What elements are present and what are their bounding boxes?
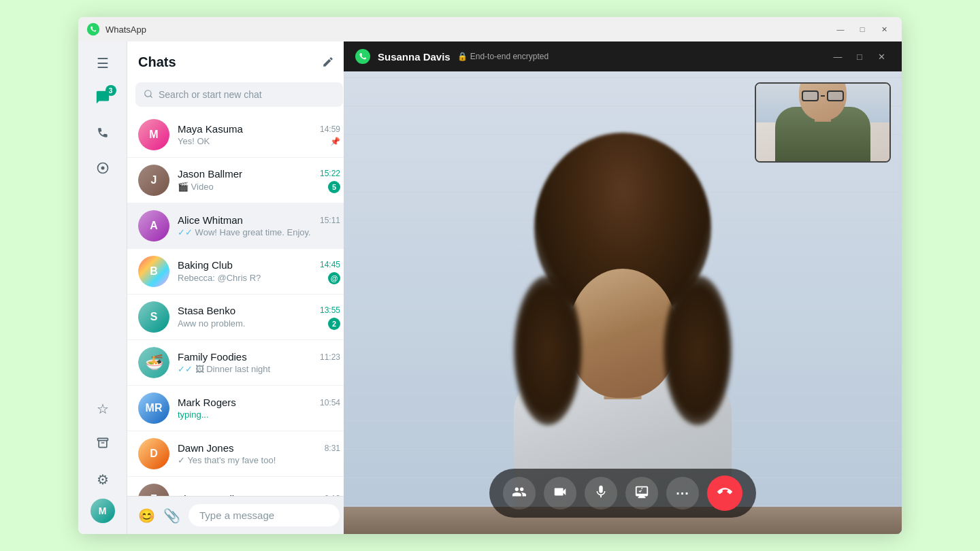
contact-avatar: M — [138, 119, 169, 150]
chat-time: 8:31 — [325, 444, 340, 453]
avatar-placeholder: M — [91, 499, 115, 523]
list-item[interactable]: 🍜 Family Foodies 11:23 ✓✓ 🖼 Dinner last … — [127, 340, 351, 386]
svg-point-2 — [101, 166, 104, 169]
contact-avatar: S — [138, 301, 169, 333]
list-item[interactable]: J Jason Ballmer 15:22 🎬 Video 5 — [127, 158, 351, 203]
screen-share-icon — [634, 484, 649, 503]
chat-preview: ✓✓ 🖼 Dinner last night — [178, 364, 340, 374]
chat-info: Maya Kasuma 14:59 Yes! OK 📌 — [178, 123, 340, 146]
chat-time: 14:45 — [320, 260, 340, 269]
contact-name: Alice Whitman — [178, 214, 243, 226]
contact-avatar: A — [138, 210, 169, 241]
nav-item-calls[interactable] — [86, 118, 119, 150]
chat-preview: typing... — [178, 410, 340, 420]
chat-preview: Rebecca: @Chris R? — [178, 273, 323, 283]
list-item[interactable]: S Stasa Benko 13:55 Aww no problem. 2 — [127, 295, 351, 340]
glass-bridge — [821, 95, 825, 97]
chat-list-actions — [316, 50, 340, 74]
chat-preview: Aww no problem. — [178, 318, 323, 329]
chat-time: 15:11 — [320, 216, 340, 225]
head — [568, 269, 677, 398]
participants-button[interactable] — [503, 477, 536, 510]
video-call-window: Susanna Davis 🔒 End-to-end encrypted — □… — [344, 41, 902, 534]
maximize-button[interactable]: □ — [853, 22, 872, 37]
nav-item-settings[interactable]: ⚙ — [86, 463, 119, 496]
settings-icon: ⚙ — [97, 471, 109, 488]
chat-badge: 3 — [105, 85, 116, 96]
message-input[interactable] — [189, 504, 340, 527]
search-icon — [144, 89, 153, 101]
close-button[interactable]: ✕ — [875, 22, 894, 37]
app-window: WhatsApp — □ ✕ ☰ 3 — [78, 17, 902, 534]
list-item[interactable]: Z Zinny Woodley 0:12 — [127, 477, 351, 496]
emoji-button[interactable]: 😊 — [138, 503, 155, 528]
archive-icon — [96, 436, 110, 453]
chat-list: M Maya Kasuma 14:59 Yes! OK 📌 — [127, 112, 351, 496]
video-self-view[interactable] — [755, 82, 891, 163]
video-maximize-button[interactable]: □ — [850, 49, 869, 64]
unread-badge: 5 — [328, 181, 340, 193]
participants-icon — [512, 484, 527, 503]
video-title-controls: — □ ✕ — [828, 49, 891, 64]
video-title-bar: Susanna Davis 🔒 End-to-end encrypted — □… — [344, 41, 902, 71]
video-close-button[interactable]: ✕ — [872, 49, 891, 64]
svg-rect-3 — [97, 438, 108, 440]
contact-avatar: Z — [138, 484, 169, 496]
attach-icon: 📎 — [163, 507, 180, 524]
chat-time: 11:23 — [320, 352, 340, 362]
more-options-button[interactable]: ··· — [666, 477, 699, 510]
new-chat-button[interactable] — [316, 50, 340, 74]
microphone-button[interactable] — [585, 477, 617, 510]
minimize-button[interactable]: — — [831, 22, 850, 37]
user-avatar[interactable]: M — [91, 499, 115, 523]
attach-button[interactable]: 📎 — [163, 503, 180, 528]
chat-list-header: Chats — [127, 41, 351, 80]
chat-info: Stasa Benko 13:55 Aww no problem. 2 — [178, 305, 340, 330]
chat-time: 14:59 — [320, 124, 340, 134]
screen-share-button[interactable] — [625, 477, 658, 510]
contact-avatar: D — [138, 438, 169, 469]
chat-info: Baking Club 14:45 Rebecca: @Chris R? @ — [178, 259, 340, 284]
contact-name: Maya Kasuma — [178, 123, 243, 135]
list-item[interactable]: A Alice Whitman 15:11 ✓✓ Wow! Have great… — [127, 203, 351, 249]
search-input[interactable] — [159, 89, 335, 100]
nav-item-archived[interactable] — [86, 428, 119, 461]
pin-icon: 📌 — [330, 137, 340, 146]
list-item[interactable]: D Dawn Jones 8:31 ✓ Yes that's my fave t… — [127, 431, 351, 477]
title-bar: WhatsApp — □ ✕ — [78, 17, 902, 41]
end-call-button[interactable] — [707, 475, 742, 511]
camera-button[interactable] — [544, 477, 576, 510]
calls-icon — [96, 126, 110, 143]
hair-right — [664, 276, 732, 425]
chat-info: Alice Whitman 15:11 ✓✓ Wow! Have great t… — [178, 214, 340, 237]
end-call-icon — [717, 484, 733, 503]
chat-info: Mark Rogers 10:54 typing... — [178, 397, 340, 420]
whatsapp-logo-icon — [86, 22, 100, 36]
chat-info: Family Foodies 11:23 ✓✓ 🖼 Dinner last ni… — [178, 351, 340, 374]
hamburger-icon: ☰ — [97, 55, 109, 71]
video-title-left: Susanna Davis 🔒 End-to-end encrypted — [355, 48, 549, 65]
list-item[interactable]: MR Mark Rogers 10:54 typing... — [127, 386, 351, 431]
nav-item-starred[interactable]: ☆ — [86, 393, 119, 425]
camera-icon — [553, 484, 568, 503]
app-title: WhatsApp — [105, 24, 146, 35]
left-nav: ☰ 3 — [78, 41, 127, 534]
video-minimize-button[interactable]: — — [828, 49, 847, 64]
list-item[interactable]: M Maya Kasuma 14:59 Yes! OK 📌 — [127, 112, 351, 158]
contact-avatar: B — [138, 256, 169, 287]
list-item[interactable]: B Baking Club 14:45 Rebecca: @Chris R? @ — [127, 249, 351, 295]
chats-title: Chats — [138, 54, 176, 70]
svg-point-0 — [87, 23, 99, 35]
caller-name: Susanna Davis — [378, 51, 451, 63]
contact-name: Dawn Jones — [178, 442, 234, 454]
title-bar-controls: — □ ✕ — [831, 22, 894, 37]
search-bar — [135, 82, 343, 107]
contact-avatar: 🍜 — [138, 347, 169, 378]
self-view-background — [756, 84, 889, 161]
chat-time: 10:54 — [320, 398, 340, 407]
video-main: ··· — [344, 71, 902, 534]
nav-item-chats[interactable]: 3 — [86, 82, 119, 115]
nav-item-status[interactable] — [86, 153, 119, 186]
nav-item-menu[interactable]: ☰ — [86, 47, 119, 80]
contact-name: Mark Rogers — [178, 397, 236, 408]
